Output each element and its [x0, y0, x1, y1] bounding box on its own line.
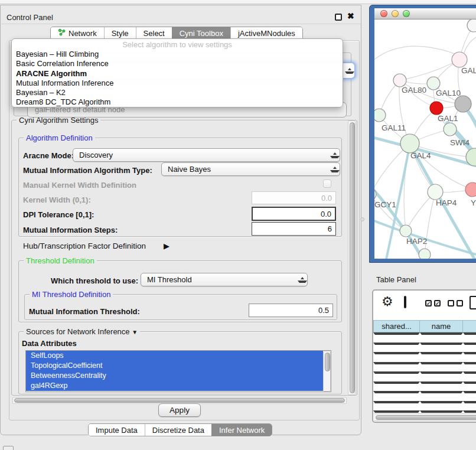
- network-node-hap4[interactable]: [428, 184, 443, 200]
- column-header-name[interactable]: name: [420, 320, 463, 332]
- network-graph: GALGAL80GAL10GAL1GAL11SWI4GAL4GCY1HAP4YH…: [374, 19, 476, 259]
- column-header-extra[interactable]: [463, 320, 476, 332]
- table-row[interactable]: YPR145WYPR145W9.: [373, 362, 476, 372]
- table-row[interactable]: YBL079WYBL079W: [373, 391, 476, 401]
- tab-style[interactable]: Style: [104, 27, 136, 40]
- algorithm-dropdown: Select algorithm to view settings Bayesi…: [11, 38, 343, 107]
- list-scrollbar-thumb[interactable]: [325, 353, 330, 371]
- network-node[interactable]: [419, 249, 431, 259]
- tab-label: jActiveMNodules: [238, 27, 295, 40]
- tab-impute-data[interactable]: Impute Data: [89, 424, 145, 436]
- settings-vscrollbar-thumb[interactable]: [350, 122, 355, 393]
- manual-kernel-label: Manual Kernel Width Definition: [23, 181, 136, 190]
- table-hscrollbar-thumb[interactable]: [376, 415, 476, 420]
- network-thick-edge[interactable]: [374, 179, 423, 259]
- tab-infer-network[interactable]: Infer Network: [211, 424, 272, 436]
- cell: [463, 352, 476, 354]
- node-label: HAP4: [436, 198, 457, 207]
- node-label: HAP2: [406, 237, 427, 246]
- cell: YIL052C: [420, 410, 463, 413]
- network-node-y[interactable]: [465, 182, 476, 197]
- table-row[interactable]: YDR27...YDR27...12: [373, 343, 476, 353]
- select-all-columns-icon[interactable]: ✓✓: [425, 300, 441, 306]
- float-window-icon[interactable]: [335, 14, 342, 21]
- aracne-mode-label: Aracne Mode:: [23, 151, 74, 160]
- cell: YDL19...: [420, 332, 463, 335]
- tab-cyni-toolbox[interactable]: Cyni Toolbox: [172, 27, 230, 40]
- mi-steps-field[interactable]: 6: [252, 222, 336, 236]
- algorithm-option[interactable]: Basic Correlation Inference: [12, 59, 343, 69]
- tab-discretize-data[interactable]: Discretize Data: [145, 424, 211, 436]
- network-node-gal[interactable]: [452, 52, 467, 67]
- mi-type-combo[interactable]: Naive Bayes: [161, 162, 340, 176]
- tab-select[interactable]: Select: [136, 27, 172, 40]
- kernel-width-field: 0.0: [252, 191, 336, 204]
- zoom-traffic-light[interactable]: [403, 10, 410, 17]
- network-edge[interactable]: [400, 60, 459, 80]
- algorithm-option[interactable]: Bayesian – Hill Climbing: [12, 50, 343, 59]
- minimize-traffic-light[interactable]: [392, 10, 399, 17]
- network-node-swi4[interactable]: [444, 123, 457, 136]
- stepper-icon: [330, 163, 340, 175]
- dpi-tolerance-label: DPI Tolerance [0,1]:: [23, 210, 94, 219]
- collapsed-panel-icon[interactable]: [3, 446, 14, 450]
- network-canvas[interactable]: GALGAL80GAL10GAL1GAL11SWI4GAL4GCY1HAP4YH…: [374, 19, 476, 259]
- bottom-tabbar: Impute DataDiscretize DataInfer Network: [88, 423, 272, 436]
- cell: YLR345W: [373, 401, 420, 403]
- data-attributes-list[interactable]: SelfLoopsTopologicalCoefficientBetweenne…: [25, 350, 331, 392]
- gear-icon[interactable]: ⚙: [382, 295, 393, 308]
- network-node-gal1[interactable]: [455, 96, 471, 112]
- network-window-titlebar[interactable]: [374, 8, 476, 19]
- tab-label: Cyni Toolbox: [180, 27, 223, 40]
- table-row[interactable]: YBR045CYBR045C9.: [373, 381, 476, 392]
- network-node-gal11[interactable]: [374, 109, 386, 122]
- table-hscrollbar[interactable]: [374, 413, 476, 421]
- network-node-gal4[interactable]: [400, 134, 419, 153]
- cell: YDR27...: [420, 343, 463, 345]
- tab-network[interactable]: Network: [51, 27, 104, 40]
- list-item[interactable]: BetweennessCentrality: [26, 371, 323, 381]
- column-header-shared-[interactable]: shared...: [373, 320, 420, 332]
- titlebar-divider: [1, 24, 361, 24]
- mi-threshold-field[interactable]: 0.5: [249, 304, 333, 317]
- table-row[interactable]: YLR345WYLR345W9.: [373, 401, 476, 411]
- checkbox-icon: ✓: [425, 300, 432, 306]
- splitter-dimple[interactable]: [360, 217, 364, 221]
- close-traffic-light[interactable]: [380, 10, 387, 17]
- hub-section-label[interactable]: Hub/Transcription Factor Definition: [23, 242, 146, 250]
- algorithm-option[interactable]: Bayesian – K2: [12, 88, 343, 97]
- which-threshold-combo[interactable]: MI Threshold: [141, 273, 308, 286]
- algorithm-option[interactable]: ARACNE Algorithm: [12, 69, 343, 79]
- network-node[interactable]: [467, 19, 476, 32]
- network-window[interactable]: GALGAL80GAL10GAL1GAL11SWI4GAL4GCY1HAP4YH…: [369, 5, 476, 263]
- network-node-hap2[interactable]: [400, 225, 412, 237]
- apply-button[interactable]: Apply: [158, 403, 201, 417]
- table-row[interactable]: YDL19...YDL19...13: [373, 332, 476, 343]
- list-item[interactable]: SelfLoops: [26, 351, 323, 361]
- close-icon[interactable]: ✖: [347, 11, 354, 21]
- collapse-arrow-icon[interactable]: ▼: [132, 329, 138, 335]
- export-table-icon[interactable]: [470, 296, 476, 309]
- network-node[interactable]: [430, 102, 443, 115]
- network-node-gal10[interactable]: [427, 77, 440, 90]
- aracne-mode-combo[interactable]: Discovery: [73, 148, 340, 162]
- columns-icon[interactable]: [404, 296, 406, 308]
- expand-arrow-icon[interactable]: ▶: [164, 242, 169, 250]
- list-scrollbar[interactable]: [323, 351, 331, 392]
- algorithm-option[interactable]: Dream8 DC_TDC Algorithm: [12, 97, 343, 107]
- table-row[interactable]: YBR043CYBR043C: [373, 352, 476, 362]
- deselect-all-columns-icon[interactable]: [448, 300, 463, 306]
- settings-vscrollbar[interactable]: [348, 120, 356, 395]
- network-edge[interactable]: [464, 35, 476, 53]
- list-item[interactable]: TopologicalCoefficient: [26, 361, 323, 371]
- network-edge[interactable]: [374, 46, 455, 67]
- settings-hscrollbar-thumb[interactable]: [14, 398, 345, 403]
- dpi-tolerance-field[interactable]: 0.0: [252, 207, 336, 221]
- list-item[interactable]: gal4RGexp: [26, 381, 323, 391]
- table-row[interactable]: YER054CYER054C8.: [373, 371, 476, 381]
- network-node-gal80[interactable]: [393, 74, 406, 87]
- algorithm-option[interactable]: Mutual Information Inference: [12, 79, 343, 88]
- algorithm-dropdown-list: Bayesian – Hill ClimbingBasic Correlatio…: [12, 50, 343, 107]
- node-label: GCY1: [374, 200, 396, 209]
- tab-jactivemnodules[interactable]: jActiveMNodules: [230, 27, 302, 40]
